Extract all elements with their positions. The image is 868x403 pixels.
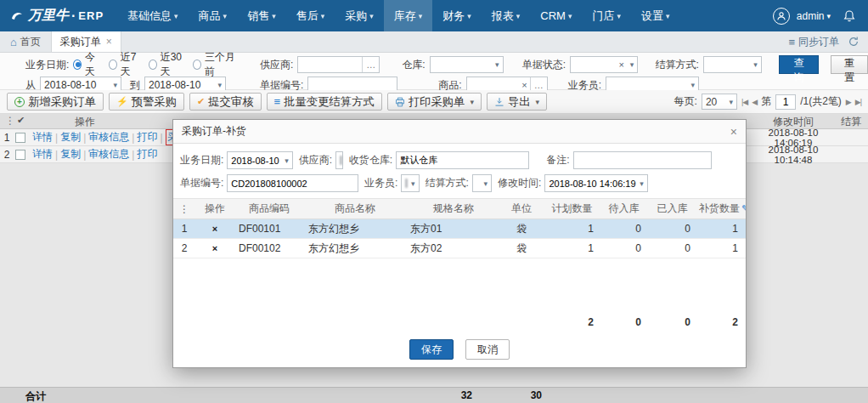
menu-item-aftersale[interactable]: 售后▾ bbox=[286, 0, 335, 31]
logo[interactable]: 万里牛 · ERP bbox=[0, 0, 117, 31]
tab-close-icon[interactable]: × bbox=[106, 36, 112, 48]
delete-row-icon[interactable]: × bbox=[212, 243, 217, 253]
warehouse-value[interactable] bbox=[397, 153, 528, 168]
detail-link[interactable]: 详情 bbox=[32, 130, 53, 145]
select-all-checkbox[interactable]: ✔ bbox=[17, 115, 25, 126]
settle-select[interactable]: ▾ bbox=[472, 174, 492, 192]
menu-item-finance[interactable]: 财务▾ bbox=[432, 0, 482, 31]
row-number: 2 bbox=[0, 149, 14, 161]
item-replenish-qty[interactable]: 1 bbox=[695, 223, 746, 235]
modified-value: 2018-08-10 14:06:19 bbox=[549, 179, 635, 189]
submit-review-button[interactable]: ✔ 提交审核 bbox=[189, 93, 262, 111]
print-purchase-order-button[interactable]: 打印采购单 ▾ bbox=[387, 93, 482, 111]
row-number: 1 bbox=[173, 223, 195, 235]
logo-dot: · bbox=[71, 9, 76, 24]
plus-icon: + bbox=[14, 97, 25, 107]
menu-item-purchase[interactable]: 采购▾ bbox=[335, 0, 384, 31]
per-page-select[interactable]: 20 ▾ bbox=[702, 94, 737, 110]
menu-item-goods[interactable]: 商品▾ bbox=[189, 0, 238, 31]
modal-item-row[interactable]: 2 × DF00102 东方幻想乡 东方02 袋 1 0 0 1 bbox=[173, 239, 746, 258]
row-checkbox[interactable] bbox=[15, 150, 25, 160]
settle-filter-select[interactable]: ▾ bbox=[703, 56, 762, 73]
tab-home[interactable]: ⌂ 首页 bbox=[0, 31, 51, 52]
print-link[interactable]: 打印 bbox=[137, 147, 157, 162]
review-info-link[interactable]: 审核信息 bbox=[88, 147, 129, 162]
status-filter-label: 单据状态: bbox=[522, 58, 566, 72]
row-checkbox[interactable] bbox=[15, 133, 25, 143]
warning-purchase-button[interactable]: ⚡ 预警采购 bbox=[109, 93, 184, 111]
per-page-value: 20 bbox=[706, 96, 717, 108]
menu-item-settings[interactable]: 设置▾ bbox=[631, 0, 680, 31]
salesman-select[interactable]: ▾ bbox=[401, 174, 419, 192]
modified-select[interactable]: 2018-08-10 14:06:19 ▾ bbox=[544, 174, 647, 192]
prev-page-icon[interactable]: ◀ bbox=[752, 98, 757, 106]
supplier-filter-input[interactable] bbox=[298, 57, 362, 72]
supplier-lookup-button[interactable]: … bbox=[362, 57, 379, 72]
modal-footer: 保存 取消 bbox=[173, 332, 746, 367]
warehouse-filter-select[interactable]: ▾ bbox=[430, 56, 504, 73]
modal-close-icon[interactable]: × bbox=[730, 125, 737, 139]
menu-label: CRM bbox=[540, 9, 566, 22]
last-page-icon[interactable]: ▶| bbox=[855, 98, 861, 106]
menu-label: 售后 bbox=[296, 9, 318, 24]
status-clear-icon[interactable]: × bbox=[616, 60, 626, 70]
modal-totals-row: 2 0 0 2 bbox=[173, 313, 746, 332]
radio-3months[interactable]: 三个月前 bbox=[193, 50, 236, 79]
menu-label: 设置 bbox=[641, 9, 663, 24]
search-button[interactable]: 查询 bbox=[779, 55, 820, 74]
chevron-down-icon: ▾ bbox=[411, 179, 415, 188]
product-clear-icon[interactable]: × bbox=[519, 80, 529, 90]
menu-item-sales[interactable]: 销售▾ bbox=[237, 0, 286, 31]
export-button[interactable]: 导出 ▾ bbox=[487, 93, 547, 111]
menu-label: 商品 bbox=[199, 9, 221, 24]
radio-today[interactable]: 今天 bbox=[73, 50, 100, 79]
tab-purchase-orders[interactable]: 采购订单 × bbox=[51, 31, 121, 52]
orderno-input-wrap bbox=[227, 174, 358, 192]
supplier-input[interactable] bbox=[335, 151, 343, 169]
delete-row-icon[interactable]: × bbox=[212, 224, 217, 234]
save-button[interactable]: 保存 bbox=[409, 339, 454, 360]
batch-change-settlement-button[interactable]: ≡ 批量变更结算方式 bbox=[267, 93, 382, 111]
radio-7days[interactable]: 近7天 bbox=[109, 50, 140, 79]
detail-link[interactable]: 详情 bbox=[32, 147, 53, 162]
page-number-input[interactable] bbox=[775, 94, 796, 110]
menu-item-inventory[interactable]: 库存▾ bbox=[384, 0, 433, 31]
item-replenish-qty[interactable]: 1 bbox=[695, 242, 746, 254]
menu-item-basic-info[interactable]: 基础信息▾ bbox=[117, 0, 189, 31]
review-info-link[interactable]: 审核信息 bbox=[88, 130, 129, 145]
modal-item-row[interactable]: 1 × DF00101 东方幻想乡 东方01 袋 1 0 0 1 bbox=[173, 219, 746, 239]
radio-30days[interactable]: 近30天 bbox=[149, 50, 184, 79]
print-link[interactable]: 打印 bbox=[137, 130, 157, 145]
item-spec: 东方01 bbox=[406, 222, 501, 236]
remark-input[interactable] bbox=[574, 153, 711, 168]
settle-label: 结算方式: bbox=[426, 176, 472, 190]
orderno-input[interactable] bbox=[228, 176, 358, 191]
filter-panel: 业务日期: 今天 近7天 近30天 三个月前 供应商: … 仓库: ▾ 单据状态… bbox=[0, 53, 868, 90]
sync-orders-button[interactable]: ≡ 同步订单 bbox=[788, 35, 839, 49]
notifications-bell-icon[interactable] bbox=[843, 9, 856, 23]
reset-button[interactable]: 重置 bbox=[831, 55, 868, 74]
menu-item-reports[interactable]: 报表▾ bbox=[482, 0, 531, 31]
date-select[interactable]: 2018-08-10 ▾ bbox=[227, 151, 292, 169]
chevron-down-icon: ▾ bbox=[753, 60, 758, 69]
chevron-down-icon: ▾ bbox=[666, 12, 670, 20]
new-purchase-order-button[interactable]: + 新增采购订单 bbox=[7, 93, 104, 111]
first-page-icon[interactable]: |◀ bbox=[741, 98, 747, 106]
menu-item-stores[interactable]: 门店▾ bbox=[582, 0, 631, 31]
refresh-icon[interactable] bbox=[848, 36, 860, 48]
erp-screen: 万里牛 · ERP 基础信息▾ 商品▾ 销售▾ 售后▾ 采购▾ 库存▾ 财务▾ … bbox=[0, 0, 868, 403]
to-date-value: 2018-08-10 bbox=[149, 79, 200, 91]
item-received: 0 bbox=[645, 223, 695, 235]
copy-link[interactable]: 复制 bbox=[60, 130, 81, 145]
avatar[interactable] bbox=[773, 8, 790, 25]
warehouse-input[interactable] bbox=[396, 151, 529, 169]
status-filter-select[interactable]: × ▾ bbox=[570, 56, 638, 73]
next-page-icon[interactable]: ▶ bbox=[846, 98, 851, 106]
copy-link[interactable]: 复制 bbox=[60, 147, 81, 162]
user-menu[interactable]: admin ▾ bbox=[797, 10, 831, 22]
menu-item-crm[interactable]: CRM▾ bbox=[530, 0, 582, 31]
from-date-value: 2018-08-10 bbox=[44, 79, 96, 91]
chevron-down-icon: ▾ bbox=[223, 12, 228, 20]
item-unit: 袋 bbox=[501, 222, 542, 236]
cancel-button[interactable]: 取消 bbox=[465, 339, 510, 360]
